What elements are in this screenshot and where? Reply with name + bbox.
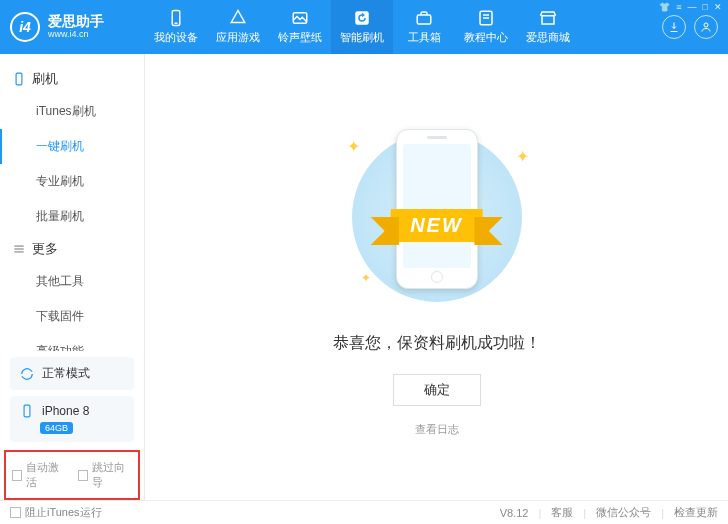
support-link[interactable]: 客服: [551, 505, 573, 520]
sparkle-icon: ✦: [516, 147, 529, 166]
checkbox-label: 阻止iTunes运行: [25, 505, 102, 520]
download-icon: [668, 21, 680, 33]
sparkle-icon: ✦: [347, 137, 360, 156]
header: i4 爱思助手 www.i4.cn 我的设备 应用游戏 铃声壁纸 智能刷机 工具…: [0, 0, 728, 54]
minimize-icon[interactable]: —: [688, 2, 697, 12]
sidebar-item-itunes-flash[interactable]: iTunes刷机: [0, 94, 144, 129]
nav-label: 我的设备: [154, 30, 198, 45]
nav-label: 工具箱: [408, 30, 441, 45]
sidebar-item-oneclick-flash[interactable]: 一键刷机: [0, 129, 144, 164]
sidebar-item-pro-flash[interactable]: 专业刷机: [0, 164, 144, 199]
phone-small-icon: [20, 404, 34, 418]
nav-apps[interactable]: 应用游戏: [207, 0, 269, 54]
apps-icon: [229, 9, 247, 27]
version-label: V8.12: [500, 507, 529, 519]
toolbox-icon: [415, 9, 433, 27]
main-content: ✦ ✦ ✦ NEW 恭喜您，保资料刷机成功啦！ 确定 查看日志: [145, 54, 728, 500]
checkbox-label: 自动激活: [26, 460, 66, 490]
nav-store[interactable]: 爱思商城: [517, 0, 579, 54]
image-icon: [291, 9, 309, 27]
download-button[interactable]: [662, 15, 686, 39]
book-icon: [477, 9, 495, 27]
checkbox-skip-guide[interactable]: 跳过向导: [78, 460, 132, 490]
svg-rect-13: [24, 405, 30, 417]
phone-icon: [167, 9, 185, 27]
user-button[interactable]: [694, 15, 718, 39]
checkbox-icon: [12, 470, 22, 481]
svg-point-8: [704, 23, 708, 27]
ok-button[interactable]: 确定: [393, 374, 481, 406]
separator: |: [538, 507, 541, 519]
nav-label: 教程中心: [464, 30, 508, 45]
sidebar-item-download-fw[interactable]: 下载固件: [0, 299, 144, 334]
view-log-link[interactable]: 查看日志: [415, 422, 459, 437]
section-title: 更多: [32, 240, 58, 258]
nav-label: 铃声壁纸: [278, 30, 322, 45]
logo-block[interactable]: i4 爱思助手 www.i4.cn: [0, 0, 145, 54]
device-card[interactable]: iPhone 8 64GB: [10, 396, 134, 442]
sidebar-item-other-tools[interactable]: 其他工具: [0, 264, 144, 299]
sidebar: 刷机 iTunes刷机 一键刷机 专业刷机 批量刷机 更多 其他工具 下载固件 …: [0, 54, 145, 500]
maximize-icon[interactable]: □: [703, 2, 708, 12]
refresh-icon: [353, 9, 371, 27]
app-url: www.i4.cn: [48, 30, 104, 40]
sidebar-item-batch-flash[interactable]: 批量刷机: [0, 199, 144, 234]
nav-label: 爱思商城: [526, 30, 570, 45]
separator: |: [661, 507, 664, 519]
checkbox-icon: [10, 507, 21, 518]
mode-label: 正常模式: [42, 365, 90, 382]
storage-badge: 64GB: [40, 422, 73, 434]
close-icon[interactable]: ✕: [714, 2, 722, 12]
checkbox-label: 跳过向导: [92, 460, 132, 490]
checkbox-auto-activate[interactable]: 自动激活: [12, 460, 66, 490]
sidebar-item-advanced[interactable]: 高级功能: [0, 334, 144, 351]
device-icon: [12, 72, 26, 86]
nav-label: 应用游戏: [216, 30, 260, 45]
nav-flash[interactable]: 智能刷机: [331, 0, 393, 54]
user-icon: [700, 21, 712, 33]
menu-icon[interactable]: ≡: [676, 2, 681, 12]
refresh-icon: [20, 367, 34, 381]
window-controls: 👕 ≡ — □ ✕: [659, 2, 722, 12]
device-mode[interactable]: 正常模式: [10, 357, 134, 390]
checkbox-block-itunes[interactable]: 阻止iTunes运行: [10, 505, 102, 520]
svg-rect-4: [417, 15, 431, 24]
nav-ringtones[interactable]: 铃声壁纸: [269, 0, 331, 54]
nav-toolbox[interactable]: 工具箱: [393, 0, 455, 54]
nav-tutorials[interactable]: 教程中心: [455, 0, 517, 54]
update-link[interactable]: 检查更新: [674, 505, 718, 520]
separator: |: [583, 507, 586, 519]
nav-my-device[interactable]: 我的设备: [145, 0, 207, 54]
section-title: 刷机: [32, 70, 58, 88]
nav-label: 智能刷机: [340, 30, 384, 45]
wechat-link[interactable]: 微信公众号: [596, 505, 651, 520]
new-ribbon: NEW: [390, 209, 483, 242]
success-message: 恭喜您，保资料刷机成功啦！: [333, 333, 541, 354]
store-icon: [539, 9, 557, 27]
logo-icon: i4: [10, 12, 40, 42]
top-nav: 我的设备 应用游戏 铃声壁纸 智能刷机 工具箱 教程中心 爱思商城: [145, 0, 662, 54]
success-illustration: ✦ ✦ ✦ NEW: [327, 117, 547, 317]
footer: 阻止iTunes运行 V8.12 | 客服 | 微信公众号 | 检查更新: [0, 500, 728, 524]
sidebar-section-more[interactable]: 更多: [0, 234, 144, 264]
svg-rect-9: [16, 73, 22, 85]
wardrobe-icon[interactable]: 👕: [659, 2, 670, 12]
app-name: 爱思助手: [48, 14, 104, 29]
sparkle-icon: ✦: [361, 271, 371, 285]
menu-lines-icon: [12, 242, 26, 256]
device-name: iPhone 8: [42, 404, 89, 418]
checkbox-icon: [78, 470, 88, 481]
ribbon-text: NEW: [390, 209, 483, 242]
options-highlight-box: 自动激活 跳过向导: [4, 450, 140, 500]
sidebar-section-flash[interactable]: 刷机: [0, 64, 144, 94]
